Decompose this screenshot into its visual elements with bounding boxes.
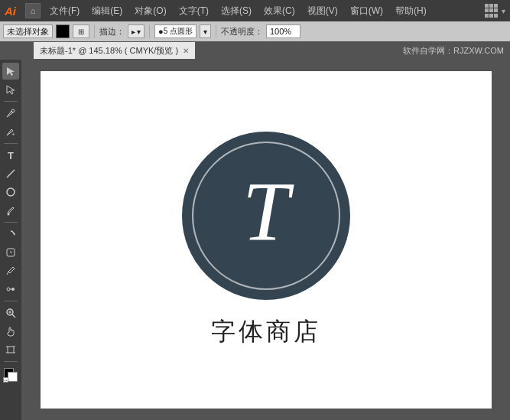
blend-tool[interactable] [2,281,19,298]
points-select[interactable]: ▾ [200,24,211,38]
menu-window[interactable]: 窗口(W) [347,3,386,19]
menu-type[interactable]: 文字(T) [176,3,212,19]
logo-letter: T [242,170,289,254]
fill-color-swatch[interactable] [56,24,70,38]
properties-bar: 未选择对象 ⊞ 描边： ▸ ▾ ● 5 点圆形 ▾ 不透明度： 100% [0,21,510,41]
svg-marker-7 [14,233,15,236]
tool-divider-5 [4,361,18,362]
svg-line-9 [7,272,8,275]
svg-line-4 [7,170,15,177]
opacity-label: 不透明度： [221,26,263,37]
menu-effect[interactable]: 效果(C) [261,3,298,19]
divider-1 [94,24,95,38]
artboard-tool[interactable] [2,341,19,358]
menu-help[interactable]: 帮助(H) [392,3,430,19]
tab-label: 未标题-1* @ 145.18% ( CMYK/预览 ) [40,45,178,57]
svg-point-5 [7,188,15,196]
tool-divider-1 [4,101,18,102]
logo-circle: T [182,132,350,300]
menu-select[interactable]: 选择(S) [218,3,255,19]
menu-edit[interactable]: 编辑(E) [89,3,125,19]
stroke-label: 描边： [99,26,125,37]
workspace-switcher-icon[interactable] [485,4,499,18]
add-anchor-tool[interactable]: + [2,123,19,140]
rotate-tool[interactable] [2,226,19,243]
ellipse-tool[interactable] [2,184,19,200]
svg-rect-17 [8,347,14,353]
type-tool[interactable]: T [2,147,19,164]
zoom-tool[interactable] [2,304,19,321]
svg-rect-8 [7,249,15,256]
eyedropper-tool[interactable] [2,262,19,279]
warp-tool[interactable] [2,244,19,261]
divider-3 [216,24,216,38]
workspace-chevron-icon[interactable]: ▾ [502,7,505,15]
hand-tool[interactable] [2,323,19,340]
points-value[interactable]: ● 5 点圆形 [154,24,197,38]
svg-line-14 [12,314,15,317]
menu-view[interactable]: 视图(V) [304,3,341,19]
tab-close-button[interactable]: ✕ [183,47,189,55]
artboard: T 字体商店 [41,71,492,409]
divider-2 [149,24,150,38]
svg-point-10 [7,288,10,291]
title-bar-right: ▾ [485,4,505,18]
opacity-value[interactable]: 100% [266,24,300,38]
svg-marker-1 [7,86,15,94]
logo-inner-ring: T [192,142,340,290]
svg-point-6 [8,213,10,216]
home-button[interactable]: ⌂ [25,3,41,18]
menu-file[interactable]: 文件(F) [47,3,83,19]
toolbar: + T [0,60,21,420]
watermark-text: 软件自学网：RJZXW.COM [403,45,504,57]
document-tab[interactable]: 未标题-1* @ 145.18% ( CMYK/预览 ) ✕ [34,42,195,59]
tool-divider-4 [4,301,18,301]
tool-divider-3 [4,222,18,223]
pen-tool[interactable] [2,105,19,122]
title-bar: Ai ⌂ 文件(F) 编辑(E) 对象(O) 文字(T) 选择(S) 效果(C)… [0,0,510,21]
logo-text: 字体商店 [211,315,321,349]
brush-tool[interactable] [2,202,19,219]
svg-text:+: + [11,131,15,137]
fill-stroke-indicator[interactable]: ↔ [2,366,19,383]
app-logo: Ai [5,5,16,18]
stroke-select[interactable]: ▸ ▾ [128,24,145,38]
menu-object[interactable]: 对象(O) [132,3,169,19]
canvas-area: T 字体商店 [21,60,510,420]
direct-selection-tool[interactable] [2,81,19,98]
tab-bar: 未标题-1* @ 145.18% ( CMYK/预览 ) ✕ 软件自学网：RJZ… [0,41,510,60]
no-selection-label: 未选择对象 [3,24,53,38]
stroke-options[interactable]: ⊞ [73,24,89,38]
main-area: + T [0,60,510,420]
svg-point-11 [11,288,15,291]
tool-divider-2 [4,143,18,144]
line-tool[interactable] [2,165,19,182]
selection-tool[interactable] [2,63,19,80]
svg-marker-0 [7,67,15,76]
